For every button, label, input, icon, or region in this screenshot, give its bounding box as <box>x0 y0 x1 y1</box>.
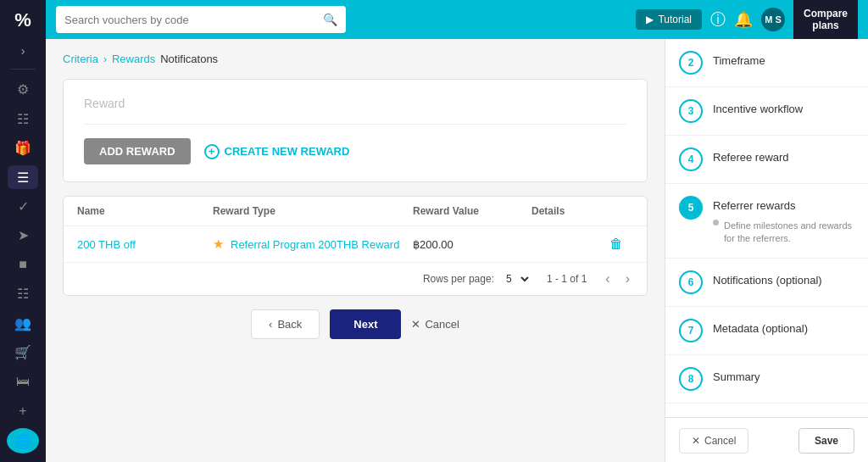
add-reward-button[interactable]: ADD REWARD <box>84 138 191 164</box>
right-save-button[interactable]: Save <box>798 428 854 454</box>
help-icon[interactable]: ⓘ <box>710 9 726 30</box>
sidebar-item-cart[interactable]: 🛏 <box>8 370 38 393</box>
search-icon: 🔍 <box>323 13 337 26</box>
sub-dot-icon <box>713 220 719 225</box>
col-name: Name <box>77 205 213 217</box>
right-panel: 2 Timeframe 3 Incentive workflow 4 Refer… <box>665 39 868 462</box>
sidebar-item-users[interactable]: 👥 <box>8 311 38 335</box>
reward-label: Reward <box>84 97 626 125</box>
breadcrumb-rewards[interactable]: Rewards <box>112 53 155 65</box>
table-header: Name Reward Type Reward Value Details <box>64 197 647 226</box>
sidebar-toggle[interactable]: › <box>11 41 35 59</box>
delete-cell: 🗑 <box>599 237 633 252</box>
step-label-5: Referrer rewards <box>713 196 854 212</box>
sidebar-item-list[interactable]: ☰ <box>8 165 38 189</box>
delete-button[interactable]: 🗑 <box>609 237 623 252</box>
step-label-2: Timeframe <box>713 51 765 67</box>
rewards-table: Name Reward Type Reward Value Details 20… <box>63 196 648 296</box>
row-name[interactable]: 200 THB off <box>77 238 213 251</box>
tutorial-icon: ▶ <box>646 14 654 25</box>
sidebar-item-doc[interactable]: ■ <box>8 253 38 276</box>
card-actions: ADD REWARD + CREATE NEW REWARD <box>84 138 626 164</box>
step-circle-2: 2 <box>679 51 703 75</box>
plus-circle-icon: + <box>204 144 220 159</box>
step-label-3: Incentive workflow <box>713 99 803 115</box>
page-info: 1 - 1 of 1 <box>547 273 587 285</box>
breadcrumb-criteria[interactable]: Criteria <box>63 53 98 65</box>
step-circle-4: 4 <box>679 148 703 171</box>
bottom-actions: ‹ Back Next ✕ Cancel <box>63 296 648 353</box>
right-panel-footer: ✕ Cancel Save <box>665 417 868 462</box>
sidebar-item-table[interactable]: ☷ <box>8 282 38 306</box>
col-reward-type: Reward Type <box>213 205 413 217</box>
workflow-step-3: 3 Incentive workflow <box>665 87 868 136</box>
sidebar-item-plus[interactable]: + <box>8 399 38 423</box>
step-sublabel-5: Define milestones and rewards for the re… <box>724 220 854 246</box>
workflow-step-6: 6 Notifications (optional) <box>665 259 868 307</box>
compare-plans-button[interactable]: Compare plans <box>793 0 858 39</box>
rows-per-page-label: Rows per page: <box>423 273 494 285</box>
sidebar-item-dashboard[interactable]: ☷ <box>8 107 38 131</box>
left-panel: Criteria › Rewards Notificatons Reward A… <box>46 39 665 462</box>
workflow-step-8: 8 Summary <box>665 355 868 404</box>
col-details: Details <box>531 205 599 217</box>
table-row: 200 THB off ★ Referral Program 200THB Re… <box>64 226 647 263</box>
breadcrumb-sep-1: › <box>103 53 107 65</box>
step-circle-8: 8 <box>679 367 703 391</box>
tutorial-label: Tutorial <box>658 14 692 25</box>
search-input[interactable] <box>64 14 323 26</box>
reward-card: Reward ADD REWARD + CREATE NEW REWARD <box>63 79 648 182</box>
workflow-step-2: 2 Timeframe <box>665 39 868 87</box>
star-icon: ★ <box>213 237 224 252</box>
sidebar-item-globe[interactable]: 🌐 <box>7 428 39 454</box>
step-label-4: Referee reward <box>713 148 789 164</box>
breadcrumb: Criteria › Rewards Notificatons <box>63 53 648 65</box>
row-reward-type[interactable]: Referral Program 200THB Reward <box>231 238 399 251</box>
step-circle-5: 5 <box>679 196 703 220</box>
create-new-reward-button[interactable]: + CREATE NEW REWARD <box>204 144 350 159</box>
sidebar-item-check[interactable]: ✓ <box>8 194 38 218</box>
search-box[interactable]: 🔍 <box>56 6 346 33</box>
row-reward-type-cell: ★ Referral Program 200THB Reward <box>213 237 413 252</box>
back-button[interactable]: ‹ Back <box>251 309 320 339</box>
cancel-button[interactable]: ✕ Cancel <box>411 318 459 331</box>
sidebar-item-send[interactable]: ➤ <box>8 224 38 248</box>
logo[interactable]: % <box>8 8 38 32</box>
topbar: 🔍 ▶ Tutorial ⓘ 🔔 M S Compare plans <box>46 0 868 39</box>
main-area: 🔍 ▶ Tutorial ⓘ 🔔 M S Compare plans Crite… <box>46 0 868 462</box>
cancel-x-icon: ✕ <box>411 318 420 331</box>
workflow-step-5: 5 Referrer rewards Define milestones and… <box>665 184 868 259</box>
rows-per-page-select[interactable]: 5 10 25 <box>503 272 531 286</box>
workflow-step-7: 7 Metadata (optional) <box>665 307 868 355</box>
pagination: Rows per page: 5 10 25 1 - 1 of 1 ‹ › <box>64 263 647 295</box>
next-page-button[interactable]: › <box>622 271 633 287</box>
workflow-step-4: 4 Referee reward <box>665 136 868 184</box>
col-reward-value: Reward Value <box>413 205 531 217</box>
step-label-6: Notifications (optional) <box>713 270 822 287</box>
tutorial-button[interactable]: ▶ Tutorial <box>636 9 702 30</box>
sidebar: % › ⚙ ☷ 🎁 ☰ ✓ ➤ ■ ☷ 👥 🛒 🛏 + 🌐 <box>0 0 46 462</box>
step-label-8: Summary <box>713 367 760 383</box>
step-circle-6: 6 <box>679 270 703 294</box>
step-circle-7: 7 <box>679 319 703 342</box>
step-circle-3: 3 <box>679 99 703 123</box>
avatar[interactable]: M S <box>761 8 785 31</box>
next-button[interactable]: Next <box>330 309 401 339</box>
step-label-7: Metadata (optional) <box>713 319 808 335</box>
row-reward-value: ฿200.00 <box>413 238 531 251</box>
sidebar-item-settings[interactable]: ⚙ <box>8 77 38 101</box>
content-area: Criteria › Rewards Notificatons Reward A… <box>46 39 868 462</box>
divider-1 <box>10 69 36 70</box>
topbar-actions: ▶ Tutorial ⓘ 🔔 M S <box>636 8 785 31</box>
bell-icon[interactable]: 🔔 <box>734 10 753 29</box>
breadcrumb-current: Notificatons <box>160 53 218 65</box>
r-cancel-x-icon: ✕ <box>692 435 700 447</box>
col-actions <box>599 205 633 217</box>
back-arrow-icon: ‹ <box>269 318 272 331</box>
right-cancel-button[interactable]: ✕ Cancel <box>679 428 748 454</box>
sidebar-item-bag[interactable]: 🛒 <box>8 341 38 365</box>
sidebar-item-gift[interactable]: 🎁 <box>8 136 38 159</box>
prev-page-button[interactable]: ‹ <box>602 271 613 287</box>
